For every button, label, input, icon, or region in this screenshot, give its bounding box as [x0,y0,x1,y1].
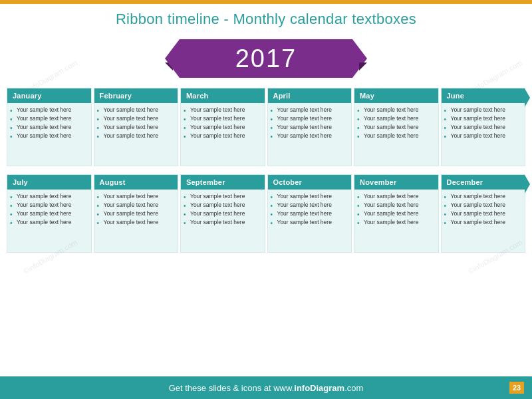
month-body-august: Your sample text hereYour sample text he… [94,190,178,229]
calendar-row-2: JulyYour sample text hereYour sample tex… [0,172,532,258]
footer: Get these slides & icons at www.infoDiag… [0,376,532,399]
month-item: Your sample text here [361,210,436,217]
month-card-august: AugustYour sample text hereYour sample t… [94,174,179,253]
month-card-april: AprilYour sample text hereYour sample te… [267,88,352,166]
month-item: Your sample text here [101,201,176,209]
calendar-row-1: JanuaryYour sample text hereYour sample … [0,85,532,172]
month-header-october: October [268,175,352,190]
footer-brand: infoDiagram [294,383,344,393]
ribbon-tail-right [359,63,367,70]
month-header-february: February [94,88,178,103]
month-body-december: Your sample text hereYour sample text he… [442,190,525,229]
month-item: Your sample text here [14,124,88,131]
ribbon-year: 2017 [235,45,297,73]
month-item: Your sample text here [14,115,88,122]
month-item: Your sample text here [14,201,88,209]
month-card-september: SeptemberYour sample text hereYour sampl… [180,174,265,253]
month-item: Your sample text here [361,193,436,200]
month-card-june: JuneYour sample text hereYour sample tex… [441,88,526,166]
month-body-january: Your sample text hereYour sample text he… [7,103,91,143]
month-card-may: MayYour sample text hereYour sample text… [354,88,439,166]
month-item: Your sample text here [361,106,436,114]
month-header-january: January [7,88,91,103]
month-item: Your sample text here [188,193,262,200]
month-item: Your sample text here [14,219,88,226]
month-item: Your sample text here [448,132,523,140]
month-header-june: June [442,88,525,103]
month-item: Your sample text here [188,219,262,226]
months-row-1: JanuaryYour sample text hereYour sample … [7,88,525,166]
month-body-september: Your sample text hereYour sample text he… [181,190,265,229]
month-item: Your sample text here [275,201,349,209]
month-header-august: August [94,175,178,190]
month-item: Your sample text here [361,219,436,226]
month-item: Your sample text here [101,210,176,217]
month-body-april: Your sample text hereYour sample text he… [268,103,352,143]
month-item: Your sample text here [361,201,436,209]
month-item: Your sample text here [101,115,176,122]
month-item: Your sample text here [275,106,349,114]
month-header-may: May [354,88,438,103]
page-number: 23 [509,382,524,394]
month-card-july: JulyYour sample text hereYour sample tex… [7,174,92,253]
month-item: Your sample text here [188,115,262,122]
month-item: Your sample text here [448,210,523,217]
month-item: Your sample text here [188,201,262,209]
footer-text: Get these slides & icons at www.infoDiag… [169,383,364,393]
month-item: Your sample text here [275,132,349,140]
ribbon-area: 2017 [0,32,532,85]
page-title: Ribbon timeline - Monthly calendar textb… [0,4,532,32]
month-item: Your sample text here [14,210,88,217]
month-header-december: December [442,175,525,190]
month-item: Your sample text here [188,124,262,131]
month-item: Your sample text here [14,193,88,200]
month-body-july: Your sample text hereYour sample text he… [7,190,91,229]
month-item: Your sample text here [101,106,176,114]
month-card-february: FebruaryYour sample text hereYour sample… [94,88,179,166]
month-item: Your sample text here [448,201,523,209]
month-card-march: MarchYour sample text hereYour sample te… [180,88,265,166]
month-card-october: OctoberYour sample text hereYour sample … [267,174,352,253]
ribbon-banner: 2017 [180,39,352,78]
month-card-december: DecemberYour sample text hereYour sample… [441,174,526,253]
month-item: Your sample text here [101,193,176,200]
month-body-march: Your sample text hereYour sample text he… [181,103,265,143]
month-header-november: November [354,175,438,190]
month-item: Your sample text here [448,193,523,200]
month-item: Your sample text here [275,115,349,122]
month-item: Your sample text here [101,132,176,140]
month-card-january: JanuaryYour sample text hereYour sample … [7,88,92,166]
month-item: Your sample text here [101,219,176,226]
month-header-april: April [268,88,352,103]
month-item: Your sample text here [101,124,176,131]
month-item: Your sample text here [275,210,349,217]
month-item: Your sample text here [275,193,349,200]
month-body-june: Your sample text hereYour sample text he… [442,103,525,143]
month-item: Your sample text here [361,115,436,122]
month-body-november: Your sample text hereYour sample text he… [354,190,438,229]
month-item: Your sample text here [188,106,262,114]
month-body-february: Your sample text hereYour sample text he… [94,103,178,143]
month-card-november: NovemberYour sample text hereYour sample… [354,174,439,253]
month-item: Your sample text here [188,132,262,140]
month-item: Your sample text here [14,132,88,140]
month-header-september: September [181,175,265,190]
month-item: Your sample text here [188,210,262,217]
month-item: Your sample text here [448,219,523,226]
month-item: Your sample text here [361,124,436,131]
months-row-2: JulyYour sample text hereYour sample tex… [7,174,525,253]
month-item: Your sample text here [448,115,523,122]
month-header-march: March [181,88,265,103]
month-body-october: Your sample text hereYour sample text he… [268,190,352,229]
month-header-july: July [7,175,91,190]
month-item: Your sample text here [448,124,523,131]
month-body-may: Your sample text hereYour sample text he… [354,103,438,143]
month-item: Your sample text here [14,106,88,114]
month-item: Your sample text here [275,124,349,131]
month-item: Your sample text here [275,219,349,226]
month-item: Your sample text here [361,132,436,140]
month-item: Your sample text here [448,106,523,114]
